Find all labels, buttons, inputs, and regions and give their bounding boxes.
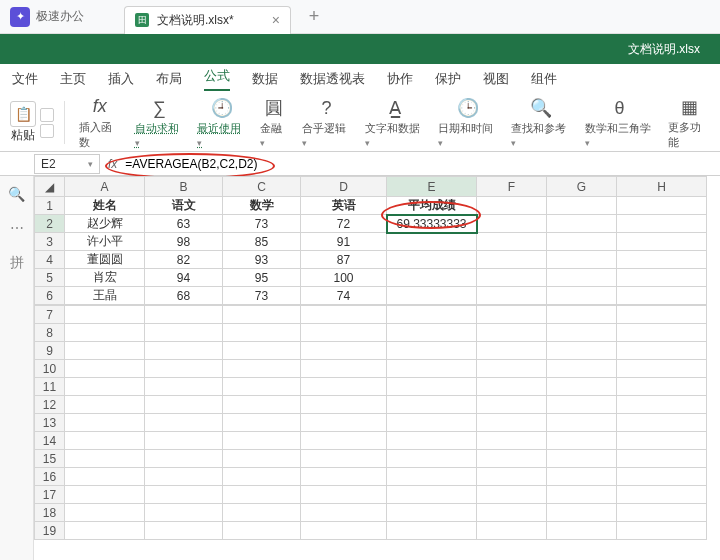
row-header[interactable]: 7 <box>35 306 65 324</box>
cell[interactable] <box>477 251 547 269</box>
cell[interactable] <box>477 287 547 305</box>
cell[interactable] <box>223 468 301 486</box>
cell[interactable] <box>301 468 387 486</box>
language-icon[interactable]: 拼 <box>10 254 24 272</box>
paste-button[interactable]: 📋 粘贴 <box>10 101 36 144</box>
cell[interactable] <box>547 522 617 540</box>
cell[interactable] <box>387 450 477 468</box>
cell[interactable] <box>617 468 707 486</box>
cell[interactable] <box>547 215 617 233</box>
cell[interactable] <box>65 504 145 522</box>
cell[interactable] <box>547 468 617 486</box>
fx-label[interactable]: fx <box>108 157 117 171</box>
row-icon[interactable]: ⋯ <box>10 220 24 236</box>
cell[interactable] <box>617 378 707 396</box>
cell[interactable] <box>301 504 387 522</box>
cell[interactable]: 100 <box>301 269 387 287</box>
name-box[interactable]: E2 ▾ <box>34 154 100 174</box>
cell[interactable] <box>477 378 547 396</box>
cell[interactable]: 王晶 <box>65 287 145 305</box>
recent-button[interactable]: 🕘 最近使用 <box>197 97 246 148</box>
new-tab-button[interactable]: + <box>309 6 320 27</box>
cell[interactable] <box>301 432 387 450</box>
cell[interactable] <box>617 432 707 450</box>
cell[interactable] <box>301 324 387 342</box>
tab-home[interactable]: 主页 <box>60 70 86 88</box>
cell[interactable] <box>547 504 617 522</box>
cell[interactable] <box>477 432 547 450</box>
cell[interactable]: 93 <box>223 251 301 269</box>
cell[interactable] <box>547 396 617 414</box>
cell[interactable] <box>547 360 617 378</box>
cell[interactable] <box>65 396 145 414</box>
close-tab-icon[interactable]: × <box>272 12 280 28</box>
col-header-E[interactable]: E <box>387 177 477 197</box>
cell-E2[interactable]: 69.33333333 <box>387 215 477 233</box>
cell[interactable] <box>617 450 707 468</box>
row-header[interactable]: 9 <box>35 342 65 360</box>
cell[interactable] <box>145 414 223 432</box>
insert-function-button[interactable]: fx 插入函数 <box>79 96 121 150</box>
tab-data[interactable]: 数据 <box>252 70 278 88</box>
cell[interactable] <box>387 522 477 540</box>
row-header[interactable]: 17 <box>35 486 65 504</box>
cell[interactable]: 73 <box>223 215 301 233</box>
cell[interactable] <box>223 306 301 324</box>
cell[interactable] <box>547 378 617 396</box>
cell[interactable]: 平均成绩 <box>387 197 477 215</box>
cell[interactable] <box>477 306 547 324</box>
cell[interactable] <box>223 414 301 432</box>
col-header-D[interactable]: D <box>301 177 387 197</box>
cell[interactable] <box>387 432 477 450</box>
cell[interactable]: 72 <box>301 215 387 233</box>
cell[interactable] <box>547 306 617 324</box>
cell[interactable]: 95 <box>223 269 301 287</box>
cell[interactable] <box>223 522 301 540</box>
cell[interactable] <box>617 215 707 233</box>
cell[interactable] <box>617 504 707 522</box>
cell[interactable] <box>477 450 547 468</box>
cell[interactable] <box>65 486 145 504</box>
cell[interactable]: 姓名 <box>65 197 145 215</box>
cell[interactable] <box>387 468 477 486</box>
row-header[interactable]: 1 <box>35 197 65 215</box>
text-data-button[interactable]: A̲ 文字和数据 <box>365 97 424 148</box>
cell[interactable] <box>145 360 223 378</box>
tab-formula[interactable]: 公式 <box>204 67 230 91</box>
cell[interactable] <box>617 360 707 378</box>
row-header[interactable]: 14 <box>35 432 65 450</box>
chevron-down-icon[interactable]: ▾ <box>88 159 93 169</box>
formula-input[interactable] <box>125 157 425 171</box>
cell[interactable] <box>301 360 387 378</box>
cell[interactable] <box>145 324 223 342</box>
tab-layout[interactable]: 布局 <box>156 70 182 88</box>
cell[interactable] <box>477 197 547 215</box>
row-header[interactable]: 12 <box>35 396 65 414</box>
cell[interactable]: 赵少辉 <box>65 215 145 233</box>
cell[interactable] <box>547 414 617 432</box>
cell[interactable]: 英语 <box>301 197 387 215</box>
cell[interactable]: 98 <box>145 233 223 251</box>
cell[interactable] <box>65 342 145 360</box>
spreadsheet[interactable]: ◢ A B C D E F G H 1 姓名 语文 数学 英语 平均成绩 2 <box>34 176 720 560</box>
row-header[interactable]: 6 <box>35 287 65 305</box>
cell[interactable]: 74 <box>301 287 387 305</box>
cell[interactable] <box>65 468 145 486</box>
col-header-G[interactable]: G <box>547 177 617 197</box>
cell[interactable] <box>617 324 707 342</box>
tab-view[interactable]: 视图 <box>483 70 509 88</box>
cell[interactable] <box>223 504 301 522</box>
cut-icon[interactable] <box>40 108 54 122</box>
cell[interactable] <box>145 306 223 324</box>
cell[interactable]: 85 <box>223 233 301 251</box>
cell[interactable] <box>223 342 301 360</box>
document-tab[interactable]: 田 文档说明.xlsx* × <box>124 6 291 34</box>
cell[interactable] <box>617 287 707 305</box>
col-header-A[interactable]: A <box>65 177 145 197</box>
cell[interactable] <box>301 486 387 504</box>
lookup-button[interactable]: 🔍 查找和参考 <box>511 97 570 148</box>
cell[interactable] <box>223 360 301 378</box>
row-header[interactable]: 16 <box>35 468 65 486</box>
cell[interactable] <box>477 486 547 504</box>
tab-addin[interactable]: 组件 <box>531 70 557 88</box>
